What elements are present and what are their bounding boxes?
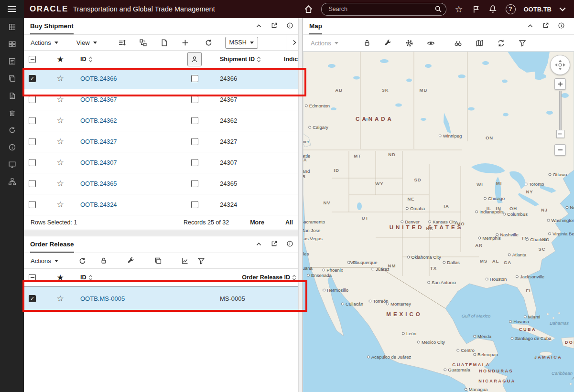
collapse-chevron-icon[interactable]	[527, 22, 533, 31]
sidebar-edit-form-icon[interactable]	[0, 53, 24, 70]
favorite-star-icon[interactable]: ☆	[56, 295, 64, 303]
favorite-star-icon[interactable]: ☆	[56, 95, 64, 104]
search-input[interactable]	[327, 5, 434, 13]
vertical-scrollbar[interactable]	[298, 18, 303, 392]
map-actions-menu-button[interactable]: Actions	[311, 40, 338, 47]
shipment-table-row[interactable]: ☆OOTB.2430724307	[24, 152, 303, 173]
saved-search-select[interactable]: MSSH	[225, 37, 258, 49]
sidebar-cards-icon[interactable]	[0, 35, 24, 53]
row-checkbox[interactable]	[29, 138, 36, 145]
row-flag-checkbox[interactable]	[191, 117, 198, 124]
help-icon[interactable]	[506, 4, 516, 14]
add-plus-icon[interactable]	[181, 39, 189, 47]
binoculars-icon[interactable]	[454, 39, 462, 47]
chart-icon[interactable]	[181, 257, 189, 265]
document-icon[interactable]	[160, 39, 168, 47]
search-icon[interactable]	[434, 5, 442, 13]
global-search[interactable]	[321, 3, 446, 16]
notifications-bell-icon[interactable]	[488, 5, 497, 13]
sync-icon[interactable]	[497, 39, 505, 47]
open-in-window-icon[interactable]	[542, 22, 549, 31]
zoom-in-button[interactable]	[554, 78, 566, 90]
refresh-icon[interactable]	[205, 39, 213, 47]
sidebar-document-edit-icon[interactable]	[0, 87, 24, 104]
favorites-column-icon[interactable]: ★	[56, 274, 64, 282]
wrench-icon[interactable]	[127, 257, 135, 265]
favorite-star-icon[interactable]: ☆	[56, 201, 64, 209]
select-all-checkbox[interactable]	[29, 56, 36, 63]
row-flag-checkbox[interactable]	[191, 138, 198, 145]
row-flag-checkbox[interactable]	[191, 75, 198, 82]
row-checkbox[interactable]	[29, 180, 36, 187]
zoom-slider-handle[interactable]	[556, 130, 564, 138]
favorite-star-icon[interactable]: ☆	[56, 74, 64, 83]
sidebar-grid-icon[interactable]	[0, 18, 24, 35]
shipment-table-row[interactable]: ☆OOTB.2436724367	[24, 89, 303, 110]
shipment-id-link[interactable]: OOTB.24324	[80, 201, 117, 208]
collapse-chevron-icon[interactable]	[256, 241, 262, 249]
sidebar-monitor-icon[interactable]	[0, 156, 24, 173]
shipment-id-link[interactable]: OOTB.24327	[80, 138, 117, 145]
map-icon[interactable]	[476, 39, 484, 47]
row-checkbox[interactable]: ✓	[29, 295, 36, 302]
favorite-star-icon[interactable]: ☆	[56, 159, 64, 167]
user-menu-label[interactable]: OOTB.TB	[524, 6, 552, 13]
shipment-table-row[interactable]: ☆OOTB.2432424324	[24, 194, 303, 215]
user-chevron-down-icon[interactable]	[558, 4, 567, 14]
wrench-icon[interactable]	[384, 39, 392, 47]
shipment-id-link[interactable]: OOTB.24362	[80, 117, 117, 124]
shipment-table-row[interactable]: ☆OOTB.2436224362	[24, 110, 303, 131]
open-in-window-icon[interactable]	[271, 22, 278, 31]
lock-icon[interactable]	[100, 257, 108, 265]
row-flag-checkbox[interactable]	[191, 201, 198, 208]
all-button[interactable]: All	[285, 219, 293, 226]
favorites-column-icon[interactable]: ★	[56, 55, 64, 64]
view-menu-button[interactable]: View	[76, 39, 97, 46]
layout-swap-icon[interactable]	[139, 39, 147, 47]
shipment-table-row[interactable]: ☆OOTB.2436524365	[24, 173, 303, 194]
actions-menu-button[interactable]: Actions	[31, 39, 58, 46]
sidebar-trash-icon[interactable]	[0, 104, 24, 121]
shipment-table-row[interactable]: ☆OOTB.2432724327	[24, 131, 303, 152]
sort-icon[interactable]	[88, 275, 93, 281]
favorite-star-icon[interactable]: ☆	[56, 180, 64, 188]
order-release-id-link[interactable]: OOTB.MS-0005	[80, 295, 125, 302]
shipment-id-link[interactable]: OOTB.24307	[80, 159, 117, 166]
row-flag-checkbox[interactable]	[191, 159, 198, 166]
manage-columns-icon[interactable]	[118, 39, 126, 47]
shipment-id-link[interactable]: OOTB.24366	[80, 75, 117, 82]
home-icon[interactable]	[304, 5, 313, 14]
row-checkbox[interactable]	[29, 117, 36, 124]
map-compass-control[interactable]	[550, 55, 570, 75]
sidebar-refresh-icon[interactable]	[0, 121, 24, 138]
gear-icon[interactable]	[405, 39, 413, 47]
shipment-id-link[interactable]: OOTB.24365	[80, 180, 117, 187]
sort-icon[interactable]	[257, 56, 261, 63]
sidebar-network-icon[interactable]	[0, 173, 24, 190]
collapse-chevron-icon[interactable]	[256, 22, 262, 31]
copy-icon[interactable]	[154, 257, 162, 265]
favorites-star-icon[interactable]: ☆	[455, 4, 463, 15]
shipment-table-row[interactable]: ✓☆OOTB.2436624366	[24, 68, 303, 89]
filter-funnel-icon[interactable]	[519, 39, 526, 47]
flag-icon[interactable]	[472, 5, 480, 13]
open-in-window-icon[interactable]	[271, 240, 278, 249]
zoom-out-button[interactable]	[554, 144, 566, 156]
sort-icon[interactable]	[292, 275, 296, 281]
info-icon[interactable]	[558, 22, 565, 31]
favorite-star-icon[interactable]: ☆	[56, 117, 64, 125]
row-checkbox[interactable]	[29, 159, 36, 166]
order-release-table-row[interactable]: ✓☆OOTB.MS-0005MS-0005	[24, 286, 303, 311]
row-checkbox[interactable]	[29, 201, 36, 208]
info-icon[interactable]	[286, 240, 293, 249]
row-checkbox[interactable]: ✓	[29, 75, 36, 82]
select-all-checkbox[interactable]	[29, 274, 36, 281]
shipment-id-link[interactable]: OOTB.24367	[80, 96, 117, 103]
sidebar-info-icon[interactable]	[0, 138, 24, 156]
refresh-icon[interactable]	[78, 257, 87, 265]
favorite-star-icon[interactable]: ☆	[56, 138, 64, 146]
more-button[interactable]: More	[250, 219, 264, 226]
person-pin-button[interactable]	[187, 52, 202, 66]
filter-funnel-icon[interactable]	[197, 257, 205, 265]
sidebar-copy-icon[interactable]	[0, 70, 24, 87]
